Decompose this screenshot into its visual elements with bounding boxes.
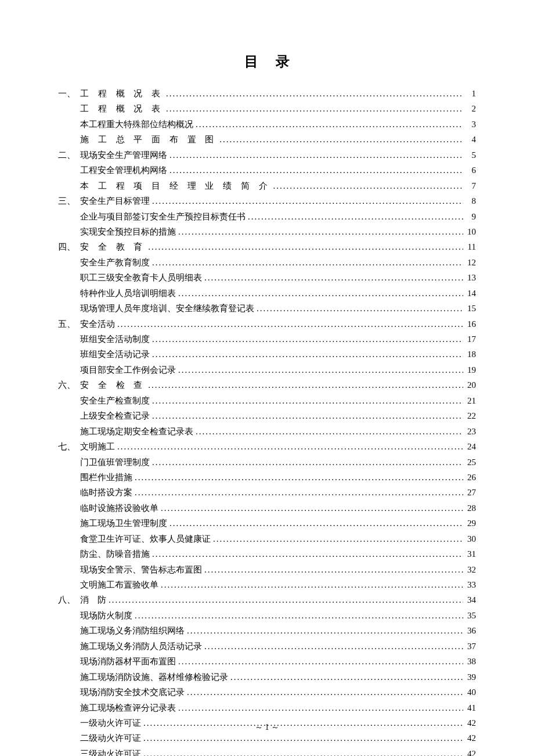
toc-leader-dots xyxy=(246,210,463,224)
toc-page-number: 13 xyxy=(463,271,476,285)
toc-leader-dots xyxy=(115,440,463,453)
toc-entry: 工 程 概 况 表2 xyxy=(58,102,476,116)
toc-entry: 工程安全管理机构网络6 xyxy=(58,164,476,177)
toc-label: 门卫值班管理制度 xyxy=(80,456,150,469)
toc-label: 三级动火许可证 xyxy=(80,747,141,756)
toc-leader-dots xyxy=(217,133,463,146)
toc-leader-dots xyxy=(176,225,463,239)
toc-leader-dots xyxy=(228,671,463,684)
toc-entry: 实现安全预控目标的措施10 xyxy=(58,225,476,239)
toc-label: 现场防火制度 xyxy=(80,609,132,622)
toc-entry: 三级动火许可证42 xyxy=(58,747,476,756)
toc-page-number: 17 xyxy=(463,333,476,346)
toc-marker: 八、 xyxy=(58,593,80,607)
toc-leader-dots xyxy=(158,578,463,592)
toc-entry: 本工程重大特殊部位结构概况3 xyxy=(58,118,476,131)
toc-label: 工程安全管理机构网络 xyxy=(80,164,167,177)
toc-entry: 八、消 防34 xyxy=(58,593,476,607)
toc-entry: 施 工 总 平 面 布 置 图4 xyxy=(58,133,476,146)
toc-label: 食堂卫生许可证、炊事人员健康证 xyxy=(80,532,211,546)
toc-entry: 现场防火制度35 xyxy=(58,609,476,622)
toc-entry: 四、 安 全 教 育11 xyxy=(58,240,476,254)
toc-label: 临时搭设方案 xyxy=(80,486,132,499)
toc-leader-dots xyxy=(146,379,463,392)
toc-page-number: 9 xyxy=(463,210,476,224)
toc-entry: 临时设施搭设验收单28 xyxy=(58,502,476,515)
toc-page-number: 18 xyxy=(463,348,476,361)
toc-page-number: 21 xyxy=(463,394,476,408)
toc-page-number: 10 xyxy=(463,225,476,239)
toc-label: 施工现场卫生管理制度 xyxy=(80,517,167,530)
toc-page-number: 37 xyxy=(463,640,476,653)
toc-leader-dots xyxy=(185,686,463,699)
toc-entry: 围栏作业措施26 xyxy=(58,471,476,484)
toc-page-number: 34 xyxy=(463,593,476,607)
toc-entry: 防尘、防噪音措施31 xyxy=(58,548,476,561)
toc-page-number: 29 xyxy=(463,517,476,530)
toc-page-number: 24 xyxy=(463,440,476,453)
toc-marker: 四、 xyxy=(58,240,80,254)
toc-label: 安全生产教育制度 xyxy=(80,256,150,269)
toc-leader-dots xyxy=(211,532,463,546)
toc-leader-dots xyxy=(164,102,463,116)
toc-label: 工 程 概 况 表 xyxy=(80,102,164,116)
toc-page-number: 30 xyxy=(463,532,476,546)
toc-page-number: 15 xyxy=(463,302,476,315)
toc-page-number: 1 xyxy=(463,87,476,100)
toc-label: 防尘、防噪音措施 xyxy=(80,548,150,561)
toc-leader-dots xyxy=(202,563,463,577)
toc-leader-dots xyxy=(132,471,463,484)
toc-entry: 上级安全检查记录22 xyxy=(58,409,476,423)
toc-leader-dots xyxy=(150,256,463,269)
toc-leader-dots xyxy=(150,409,463,423)
toc-leader-dots xyxy=(150,548,463,561)
toc-entry: 七、文明施工24 xyxy=(58,440,476,453)
toc-leader-dots xyxy=(185,624,463,638)
toc-label: 施工现场消防设施、器材维修检验记录 xyxy=(80,671,228,684)
toc-leader-dots xyxy=(106,593,463,607)
toc-entry: 企业与项目部签订安全生产预控目标责任书9 xyxy=(58,210,476,224)
toc-label: 文明施工布置验收单 xyxy=(80,578,158,592)
toc-entry: 施工现场义务消防组织网络36 xyxy=(58,624,476,638)
toc-label: 安全生产目标管理 xyxy=(80,195,150,208)
toc-label: 文明施工 xyxy=(80,440,115,453)
toc-label: 施工现场定期安全检查记录表 xyxy=(80,425,193,438)
toc-label: 班组安全活动记录 xyxy=(80,348,150,361)
toc-entry: 二、现场安全生产管理网络5 xyxy=(58,149,476,162)
toc-label: 现场安全警示、警告标志布置图 xyxy=(80,563,202,577)
toc-leader-dots xyxy=(132,609,463,622)
toc-page-number: 23 xyxy=(463,425,476,438)
toc-leader-dots xyxy=(141,747,463,756)
toc-entry: 施工现场义务消防人员活动记录37 xyxy=(58,640,476,653)
toc-marker: 三、 xyxy=(58,195,80,208)
toc-marker: 二、 xyxy=(58,149,80,162)
toc-entry: 临时搭设方案27 xyxy=(58,486,476,499)
toc-entry: 班组安全活动制度17 xyxy=(58,333,476,346)
toc-label: 职工三级安全教育卡人员明细表 xyxy=(80,271,202,285)
toc-page-number: 41 xyxy=(463,701,476,715)
toc-page-number: 5 xyxy=(463,149,476,162)
toc-page-number: 19 xyxy=(463,363,476,377)
toc-label: 安 全 检 查 xyxy=(80,379,146,392)
toc-leader-dots xyxy=(141,732,463,745)
toc-leader-dots xyxy=(176,287,463,300)
toc-label: 项目部安全工作例会记录 xyxy=(80,363,176,377)
toc-page-number: 35 xyxy=(463,609,476,622)
toc-page-number: 27 xyxy=(463,486,476,499)
toc-title: 目录 xyxy=(58,52,476,71)
toc-label: 现场消防器材平面布置图 xyxy=(80,655,176,668)
toc-entry: 二级动火许可证42 xyxy=(58,732,476,745)
toc-leader-dots xyxy=(176,655,463,668)
toc-leader-dots xyxy=(132,486,463,499)
toc-leader-dots xyxy=(254,302,463,315)
toc-leader-dots xyxy=(167,164,463,177)
toc-page-number: 42 xyxy=(463,747,476,756)
toc-label: 企业与项目部签订安全生产预控目标责任书 xyxy=(80,210,246,224)
toc-page-number: 8 xyxy=(463,195,476,208)
toc-leader-dots xyxy=(167,517,463,530)
toc-page-number: 26 xyxy=(463,471,476,484)
toc-leader-dots xyxy=(176,701,463,715)
toc-label: 上级安全检查记录 xyxy=(80,409,150,423)
toc-page-number: 14 xyxy=(463,287,476,300)
toc-entry: 职工三级安全教育卡人员明细表13 xyxy=(58,271,476,285)
